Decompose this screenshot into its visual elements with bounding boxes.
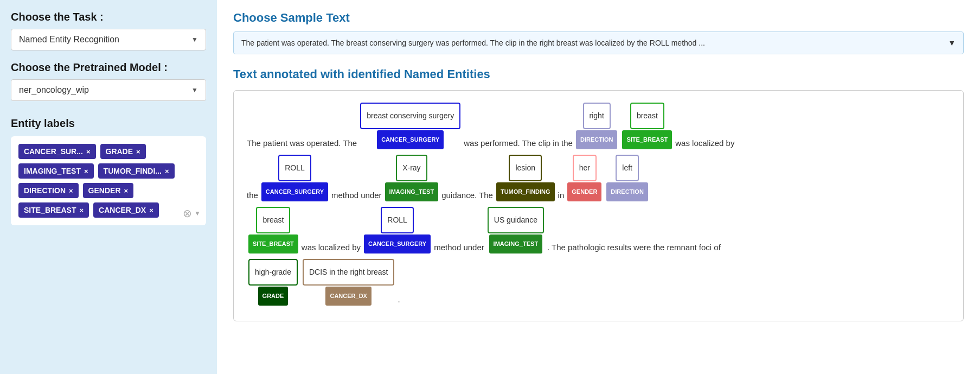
entity-breast-conserving-surgery: breast conserving surgery CANCER_SURGERY (360, 103, 460, 149)
entity-tag-label: GRADE (106, 147, 133, 156)
entity-dcis: DCIS in the right breast CANCER_DX (303, 259, 395, 306)
task-label: Choose the Task : (11, 11, 206, 23)
add-entity-button[interactable]: ⊗ ▼ (183, 207, 201, 220)
model-dropdown[interactable]: ner_oncology_wip ▼ (11, 79, 206, 101)
plain-text-8: was localized by (302, 243, 361, 255)
entity-right: right DIRECTION (576, 103, 618, 149)
entity-her: her GENDER (567, 155, 601, 201)
entity-label: CANCER_SURGERY (261, 182, 328, 201)
model-dropdown-arrow: ▼ (191, 86, 198, 94)
entity-label: CANCER_DX (325, 287, 371, 306)
entity-word: her (573, 155, 597, 181)
entity-word: US guidance (488, 207, 544, 233)
entity-tag-label: TUMOR_FINDI... (104, 167, 162, 175)
sidebar: Choose the Task : Named Entity Recogniti… (0, 0, 217, 374)
plain-text-5: method under (331, 191, 382, 202)
sample-text-arrow: ▼ (948, 39, 956, 47)
plain-text-2: was performed. The clip in the (464, 139, 573, 150)
entity-label: TUMOR_FINDING (496, 182, 555, 201)
plain-text-3: was localized by (675, 139, 734, 150)
dropdown-arrow: ▼ (194, 210, 201, 217)
entity-word: ROLL (278, 155, 311, 181)
entity-word: breast conserving surgery (360, 103, 460, 129)
entity-label: IMAGING_TEST (489, 234, 543, 253)
circle-x-icon: ⊗ (183, 207, 192, 220)
entity-tag-remove[interactable]: × (124, 187, 129, 195)
entity-roll-2: ROLL CANCER_SURGERY (364, 207, 431, 253)
main-panel: Choose Sample Text The patient was opera… (217, 0, 980, 374)
entity-tag-remove[interactable]: × (79, 206, 84, 214)
entity-left: left DIRECTION (606, 155, 648, 201)
entity-tag-label: CANCER_SUR... (24, 147, 83, 156)
entity-tag-remove[interactable]: × (86, 148, 91, 156)
entity-label: SITE_BREAST (622, 130, 672, 149)
entity-tag-remove[interactable]: × (136, 148, 140, 156)
entity-word: left (616, 155, 639, 181)
entity-lesion: lesion TUMOR_FINDING (496, 155, 555, 201)
entity-tag-tumor-findi[interactable]: TUMOR_FINDI... × (98, 163, 175, 179)
entity-label: IMAGING_TEST (385, 182, 439, 201)
task-dropdown-arrow: ▼ (191, 36, 198, 43)
task-value: Named Entity Recognition (19, 35, 119, 45)
entity-word: right (583, 103, 611, 129)
entity-word: X-ray (396, 155, 427, 181)
entity-labels-box: CANCER_SUR... × GRADE × IMAGING_TEST × T… (11, 136, 206, 225)
entity-tag-site-breast[interactable]: SITE_BREAST × (18, 202, 89, 218)
entity-roll-1: ROLL CANCER_SURGERY (261, 155, 328, 201)
entity-label: GRADE (258, 287, 289, 306)
entity-word: breast (256, 207, 290, 233)
entity-word: DCIS in the right breast (303, 259, 395, 286)
entity-tag-label: GENDER (88, 186, 121, 195)
entity-tag-direction[interactable]: DIRECTION × (18, 183, 79, 198)
entity-tag-imaging-test[interactable]: IMAGING_TEST × (18, 163, 94, 179)
sample-text-value: The patient was operated. The breast con… (241, 39, 705, 47)
entity-label: GENDER (567, 182, 601, 201)
entity-breast-1: breast SITE_BREAST (622, 103, 672, 149)
entity-word: ROLL (381, 207, 414, 233)
plain-text-11: . (398, 295, 400, 307)
entity-word: breast (630, 103, 664, 129)
entity-tag-gender[interactable]: GENDER × (83, 183, 134, 198)
entity-labels-section: Entity labels CANCER_SUR... × GRADE × IM… (11, 117, 206, 225)
entity-label: CANCER_SURGERY (377, 130, 444, 149)
entity-label: DIRECTION (576, 130, 618, 149)
entity-tag-remove[interactable]: × (165, 167, 169, 175)
entity-label: SITE_BREAST (248, 234, 298, 253)
entity-tag-remove[interactable]: × (69, 187, 73, 195)
model-section: Choose the Pretrained Model : ner_oncolo… (11, 61, 206, 101)
entity-word: high-grade (248, 259, 298, 286)
annotation-line-4: high-grade GRADE DCIS in the right breas… (247, 258, 950, 307)
annotation-box: The patient was operated. The breast con… (233, 90, 964, 321)
model-value: ner_oncology_wip (19, 85, 89, 95)
entity-tag-label: DIRECTION (24, 186, 66, 195)
entity-tag-remove[interactable]: × (149, 206, 153, 214)
entity-tag-label: CANCER_DX (99, 206, 146, 214)
plain-text-9: method under (434, 243, 484, 255)
entity-label: CANCER_SURGERY (364, 234, 431, 253)
entity-breast-2: breast SITE_BREAST (248, 207, 298, 253)
annotated-title: Text annotated with identified Named Ent… (233, 67, 964, 81)
choose-sample-title: Choose Sample Text (233, 11, 964, 25)
plain-text-1: The patient was operated. The (247, 139, 357, 150)
entity-tag-remove[interactable]: × (84, 167, 88, 175)
entity-tag-cancer-dx[interactable]: CANCER_DX × (93, 202, 159, 218)
entity-us-guidance: US guidance IMAGING_TEST (488, 207, 544, 253)
task-dropdown[interactable]: Named Entity Recognition ▼ (11, 29, 206, 50)
plain-text-6: guidance. The (441, 191, 493, 202)
annotation-line-3: breast SITE_BREAST was localized by ROLL… (247, 206, 950, 255)
task-section: Choose the Task : Named Entity Recogniti… (11, 11, 206, 50)
entity-xray: X-ray IMAGING_TEST (385, 155, 439, 201)
entity-tag-label: IMAGING_TEST (24, 167, 81, 175)
sample-text-dropdown[interactable]: The patient was operated. The breast con… (233, 31, 964, 54)
entity-high-grade: high-grade GRADE (248, 259, 298, 306)
entity-tag-cancer-sur[interactable]: CANCER_SUR... × (18, 144, 96, 159)
entity-labels-title: Entity labels (11, 117, 206, 130)
plain-text-7: in (558, 191, 565, 202)
annotation-line-1: The patient was operated. The breast con… (247, 102, 950, 150)
entity-tag-grade[interactable]: GRADE × (100, 144, 146, 159)
annotation-line-2: the ROLL CANCER_SURGERY method under X-r… (247, 154, 950, 202)
plain-text-4: the (247, 191, 258, 202)
entity-word: lesion (509, 155, 542, 181)
entity-label: DIRECTION (606, 182, 648, 201)
plain-text-10: . The pathologic results were the remnan… (547, 243, 721, 255)
